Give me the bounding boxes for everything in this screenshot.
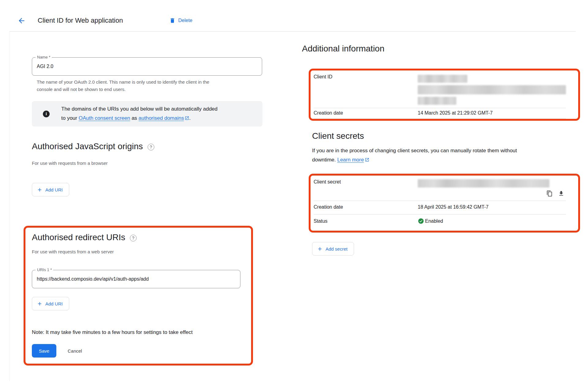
annotation-box-client-secret: Client secret Creation date 18 April 202…	[309, 174, 580, 233]
name-field-label: Name *	[36, 55, 52, 59]
page-title: Client ID for Web application	[38, 17, 123, 25]
save-button[interactable]: Save	[32, 344, 56, 358]
redirect-uris-subtext: For use with requests from a web server	[32, 249, 114, 254]
delete-button[interactable]: Delete	[169, 17, 192, 24]
learn-more-link[interactable]: Learn more	[337, 157, 364, 163]
uri-1-field-label: URIs 1 *	[36, 267, 53, 272]
annotation-box-redirect-uris: Authorised redirect URIs ? For use with …	[24, 226, 253, 365]
oauth-client-page: Client ID for Web application Delete Nam…	[0, 0, 588, 390]
name-field-helper: The name of your OAuth 2.0 client. This …	[37, 78, 209, 93]
delete-button-label: Delete	[178, 18, 192, 23]
open-in-new-icon	[365, 157, 369, 162]
page-header: Client ID for Web application Delete	[9, 10, 576, 32]
row-divider	[314, 201, 566, 201]
creation-date-label: Creation date	[314, 110, 343, 116]
copy-button[interactable]	[546, 190, 553, 197]
client-secrets-heading: Client secrets	[312, 131, 364, 141]
row-divider	[314, 118, 566, 119]
download-button[interactable]	[557, 190, 565, 197]
secret-creation-date-label: Creation date	[314, 204, 343, 210]
open-in-new-icon	[185, 116, 189, 120]
redirect-uris-heading-row: Authorised redirect URIs ?	[32, 233, 137, 242]
redirect-uris-heading: Authorised redirect URIs	[32, 233, 125, 242]
info-icon: i	[43, 111, 50, 117]
secret-creation-date-value: 18 April 2025 at 16:59:42 GMT-7	[418, 204, 488, 210]
help-icon[interactable]: ?	[130, 235, 137, 241]
client-secret-label: Client secret	[314, 179, 341, 185]
client-secret-redacted-value	[418, 179, 549, 187]
plus-icon	[37, 301, 43, 307]
card-left-border	[9, 10, 10, 381]
additional-info-heading: Additional information	[302, 44, 384, 54]
name-field[interactable]: Name * AGI 2.0	[32, 57, 262, 76]
plus-icon	[317, 246, 323, 252]
arrow-left-icon	[17, 17, 26, 25]
add-uri-button-redirects[interactable]: Add URI	[32, 297, 69, 310]
uri-1-field[interactable]: URIs 1 * https://backend.composio.dev/ap…	[32, 270, 240, 288]
client-id-label: Client ID	[314, 74, 332, 80]
row-divider	[314, 214, 566, 214]
js-origins-subtext: For use with requests from a browser	[32, 161, 108, 166]
info-banner-text: The domains of the URIs you add below wi…	[61, 104, 217, 123]
info-banner: i The domains of the URIs you add below …	[32, 101, 262, 127]
add-secret-button[interactable]: Add secret	[312, 242, 354, 256]
redacted-bar	[418, 85, 566, 94]
plus-icon	[37, 187, 43, 193]
status-badge: Enabled	[418, 218, 443, 224]
back-button[interactable]	[17, 16, 26, 25]
help-icon[interactable]: ?	[148, 144, 154, 150]
download-icon	[558, 190, 564, 197]
redacted-bar	[418, 75, 467, 83]
settings-note: Note: It may take five minutes to a few …	[32, 329, 193, 335]
uri-1-field-value: https://backend.composio.dev/api/v1/auth…	[32, 270, 240, 288]
creation-date-value: 14 March 2025 at 21:29:02 GMT-7	[418, 110, 493, 116]
js-origins-heading: Authorised JavaScript origins	[32, 142, 143, 151]
trash-icon	[169, 17, 175, 24]
oauth-consent-screen-link[interactable]: OAuth consent screen	[79, 115, 130, 121]
check-circle-icon	[418, 218, 424, 224]
status-label: Status	[314, 218, 327, 224]
annotation-box-client-id: Client ID Creation date 14 March 2025 at…	[309, 69, 580, 121]
name-field-value: AGI 2.0	[32, 58, 262, 75]
row-divider	[314, 108, 566, 108]
client-secrets-description: If you are in the process of changing cl…	[312, 146, 517, 165]
add-uri-button-origins[interactable]: Add URI	[32, 183, 69, 196]
copy-icon	[546, 190, 553, 197]
cancel-button[interactable]: Cancel	[63, 344, 87, 358]
js-origins-heading-row: Authorised JavaScript origins ?	[32, 142, 154, 151]
redacted-bar	[418, 97, 456, 105]
authorised-domains-link[interactable]: authorised domains	[138, 115, 184, 121]
